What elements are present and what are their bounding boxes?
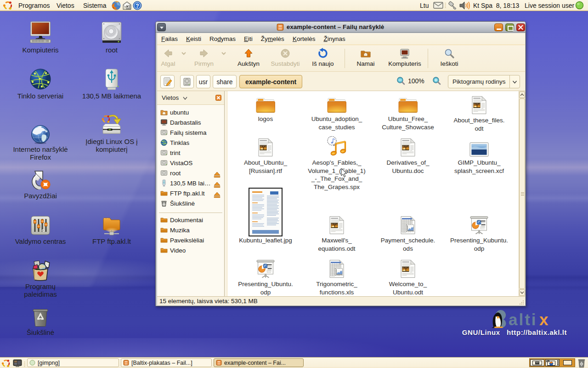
svg-text:x: x bbox=[539, 310, 548, 328]
svg-text:?: ? bbox=[136, 2, 139, 9]
svg-text:alti: alti bbox=[509, 310, 537, 328]
